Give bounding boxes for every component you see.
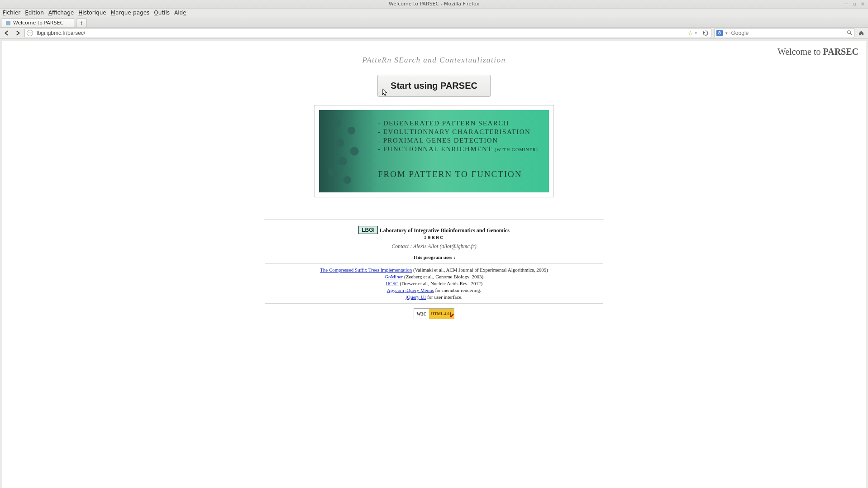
search-input[interactable] xyxy=(730,29,844,37)
menu-historique[interactable]: Historique xyxy=(78,10,106,16)
window-titlebar: Welcome to PARSEC - Mozilla Firefox − ▫ … xyxy=(0,0,868,9)
tabstrip: Welcome to PARSEC + xyxy=(0,17,868,28)
credit-link-5[interactable]: jQuery UI xyxy=(405,294,426,300)
banner-item-1: - DEGENERATED PATTERN SEARCH xyxy=(378,119,544,128)
contact-line: Contact : Alexis Allot (allot@igbmc.fr) xyxy=(262,243,606,250)
menu-affichage[interactable]: Affichage xyxy=(48,10,74,16)
credit-line-1: The Compressed Suffix Trees Implementati… xyxy=(269,267,599,273)
reload-button[interactable] xyxy=(699,29,709,37)
tagline: PAtteRn SEarch and Contextualization xyxy=(2,41,866,65)
window-close-icon[interactable]: × xyxy=(860,1,865,7)
lbgi-label: Laboratory of Integrative Bioinformatics… xyxy=(380,227,510,234)
search-icon[interactable] xyxy=(847,30,852,37)
credit-line-2: GoMiner (Zeeberg et al., Genome Biology,… xyxy=(269,273,599,280)
w3c-badge-left: W3C xyxy=(414,309,429,319)
page-viewport: Welcome to PARSEC PAtteRn SEarch and Con… xyxy=(2,41,866,488)
dna-helix-image xyxy=(319,110,378,192)
menu-aide[interactable]: Aide xyxy=(174,10,186,16)
search-engine-icon[interactable]: 8 xyxy=(716,30,723,36)
banner-slogan: FROM PATTERN TO FUNCTION xyxy=(378,169,544,179)
nav-back-button[interactable] xyxy=(3,29,11,37)
credit-link-2[interactable]: GoMiner xyxy=(385,274,403,279)
new-tab-button[interactable]: + xyxy=(76,18,87,27)
feed-dropdown-icon[interactable]: ▾ xyxy=(695,31,697,35)
credit-line-3: UCSC (Dreszer et al., Nucleic Acids Res.… xyxy=(269,280,599,287)
url-bar[interactable]: ☆ ▾ xyxy=(24,28,711,38)
svg-line-1 xyxy=(850,33,852,35)
igbmc-label: IGBMC xyxy=(262,235,606,240)
uses-title: This program uses : xyxy=(262,254,606,260)
navbar: ☆ ▾ 8 ▾ xyxy=(0,28,868,39)
w3c-badge[interactable]: W3C HTML 4.01 xyxy=(414,308,454,319)
credit-line-5: jQuery UI for user interface. xyxy=(269,294,599,301)
globe-icon xyxy=(27,30,33,36)
credit-line-4: Apycom jQuery Menus for menubar renderin… xyxy=(269,287,599,294)
banner-item-3: - PROXIMAL GENES DETECTION xyxy=(378,136,544,145)
lbgi-badge: LBGI xyxy=(358,226,378,234)
menu-edition[interactable]: Edition xyxy=(25,10,44,16)
menu-fichier[interactable]: Fichier xyxy=(3,10,20,16)
bookmark-star-icon[interactable]: ☆ xyxy=(688,30,693,37)
home-button[interactable] xyxy=(857,29,865,37)
banner-item-4: - FUNCTIONNAL ENRICHMENT (WITH GOMINER) xyxy=(378,145,544,154)
tab-favicon-icon xyxy=(6,21,10,25)
window-title: Welcome to PARSEC - Mozilla Firefox xyxy=(389,1,479,7)
credit-link-4[interactable]: Apycom jQuery Menus xyxy=(387,287,434,293)
banner-item-2: - EVOLUTIONNARY CHARACTERISATION xyxy=(378,128,544,136)
start-using-parsec-button[interactable]: Start using PARSEC xyxy=(377,75,491,97)
banner: - DEGENERATED PATTERN SEARCH - EVOLUTION… xyxy=(319,110,549,192)
w3c-badge-right: HTML 4.01 xyxy=(429,309,454,319)
search-engine-dropdown-icon[interactable]: ▾ xyxy=(725,31,728,35)
svg-point-0 xyxy=(848,30,850,33)
page-title: Welcome to PARSEC xyxy=(777,47,858,57)
nav-forward-button[interactable] xyxy=(14,29,22,37)
menu-outils[interactable]: Outils xyxy=(154,10,170,16)
credit-link-3[interactable]: UCSC xyxy=(386,281,399,286)
search-bar[interactable]: 8 ▾ xyxy=(714,28,854,38)
footer: LBGI Laboratory of Integrative Bioinform… xyxy=(262,226,606,319)
menubar: Fichier Edition Affichage Historique Mar… xyxy=(0,9,868,17)
window-maximize-icon[interactable]: ▫ xyxy=(852,1,857,7)
divider xyxy=(264,219,604,220)
banner-frame: - DEGENERATED PATTERN SEARCH - EVOLUTION… xyxy=(314,105,554,197)
menu-marquepages[interactable]: Marque-pages xyxy=(111,10,150,16)
tab-title: Welcome to PARSEC xyxy=(13,20,63,26)
url-input[interactable] xyxy=(36,29,685,37)
credit-link-1[interactable]: The Compressed Suffix Trees Implementati… xyxy=(320,267,412,273)
credits-box: The Compressed Suffix Trees Implementati… xyxy=(265,263,603,304)
window-minimize-icon[interactable]: − xyxy=(844,1,849,7)
tab-active[interactable]: Welcome to PARSEC xyxy=(2,18,74,27)
